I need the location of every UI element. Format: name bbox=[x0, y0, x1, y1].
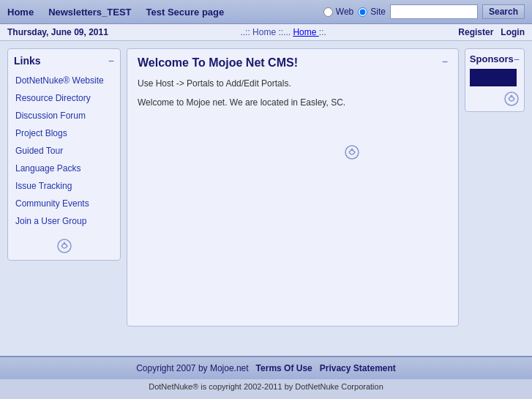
nav-secure[interactable]: Test Secure page bbox=[146, 7, 225, 18]
list-item: Community Events bbox=[14, 195, 114, 212]
footer-privacy[interactable]: Privacy Statement bbox=[320, 363, 396, 373]
top-navigation: Home Newsletters_TEST Test Secure page W… bbox=[0, 0, 532, 24]
sponsors-header: Sponsors − bbox=[470, 53, 520, 64]
breadcrumb: ..:: Home ::... Home ::. bbox=[108, 27, 458, 37]
list-item: Discussion Forum bbox=[14, 108, 114, 124]
nav-home[interactable]: Home bbox=[7, 7, 34, 18]
date-breadcrumb-bar: Thursday, June 09, 2011 ..:: Home ::... … bbox=[0, 24, 532, 41]
list-item: DotNetNuke® Website bbox=[14, 72, 114, 89]
three-column-layout: Links − DotNetNuke® Website Resource Dir… bbox=[7, 48, 525, 327]
center-collapse-button[interactable]: − bbox=[442, 56, 448, 67]
main-text-1: Use Host -> Portals to Add/Edit Portals. bbox=[138, 77, 448, 90]
list-item: Issue Tracking bbox=[14, 178, 114, 194]
center-content-header: Welcome To Mojoe Net CMS! − bbox=[138, 56, 448, 77]
radio-web[interactable] bbox=[323, 7, 333, 17]
sidebar-link-tour[interactable]: Guided Tour bbox=[14, 143, 114, 159]
radio-site-label: Site bbox=[370, 7, 386, 17]
sidebar-panel: Links − DotNetNuke® Website Resource Dir… bbox=[7, 48, 121, 261]
sidebar-link-dotnet[interactable]: DotNetNuke® Website bbox=[14, 72, 114, 89]
sidebar-link-language[interactable]: Language Packs bbox=[14, 160, 114, 176]
sidebar-link-resource[interactable]: Resource Directory bbox=[14, 90, 114, 106]
sidebar-link-events[interactable]: Community Events bbox=[14, 195, 114, 212]
svg-point-5 bbox=[511, 95, 513, 97]
svg-point-3 bbox=[351, 149, 353, 151]
sponsors-collapse-button[interactable]: − bbox=[514, 54, 520, 64]
sidebar-links-list: DotNetNuke® Website Resource Directory D… bbox=[14, 72, 114, 229]
radio-web-label: Web bbox=[336, 7, 353, 17]
center-content-panel: Welcome To Mojoe Net CMS! − Use Host -> … bbox=[127, 48, 459, 327]
sponsors-panel: Sponsors − bbox=[465, 48, 525, 112]
list-item: Guided Tour bbox=[14, 143, 114, 159]
sidebar-header: Links − bbox=[14, 55, 114, 67]
svg-point-1 bbox=[63, 242, 65, 245]
search-input[interactable] bbox=[390, 4, 478, 19]
register-link[interactable]: Register bbox=[458, 27, 493, 37]
sidebar-link-usergroup[interactable]: Join a User Group bbox=[14, 213, 114, 229]
radio-site-group: Site bbox=[358, 7, 386, 17]
list-item: Join a User Group bbox=[14, 213, 114, 229]
page-title: Welcome To Mojoe Net CMS! bbox=[138, 56, 298, 70]
list-item: Resource Directory bbox=[14, 90, 114, 106]
sponsors-title: Sponsors bbox=[470, 53, 514, 64]
sponsor-ad-banner[interactable] bbox=[470, 69, 517, 86]
footer-terms[interactable]: Terms Of Use bbox=[256, 363, 312, 373]
main-text-2: Welcome to Mojoe net. We are located in … bbox=[138, 96, 448, 109]
sidebar-icon-area bbox=[14, 238, 114, 254]
content-decoration-area bbox=[138, 115, 448, 247]
svg-point-4 bbox=[505, 92, 518, 105]
sidebar-link-discussion[interactable]: Discussion Forum bbox=[14, 108, 114, 124]
svg-point-2 bbox=[345, 146, 359, 159]
search-area: Web Site Search bbox=[323, 4, 525, 19]
list-item: Language Packs bbox=[14, 160, 114, 176]
breadcrumb-home[interactable]: Home bbox=[293, 27, 318, 37]
sidebar-title: Links bbox=[14, 55, 41, 67]
date-display: Thursday, June 09, 2011 bbox=[7, 27, 108, 37]
footer-sub: DotNetNuke® is copyright 2002-2011 by Do… bbox=[0, 379, 532, 394]
nav-newsletters[interactable]: Newsletters_TEST bbox=[48, 7, 131, 18]
sidebar-link-blogs[interactable]: Project Blogs bbox=[14, 125, 114, 141]
sidebar-link-issues[interactable]: Issue Tracking bbox=[14, 178, 114, 194]
sponsors-icon-area bbox=[470, 91, 520, 107]
search-button[interactable]: Search bbox=[482, 4, 525, 19]
radio-site[interactable] bbox=[358, 7, 367, 17]
footer-main: Copyright 2007 by Mojoe.net Terms Of Use… bbox=[0, 356, 532, 379]
list-item: Project Blogs bbox=[14, 125, 114, 141]
main-wrapper: Links − DotNetNuke® Website Resource Dir… bbox=[0, 41, 532, 356]
swirl-icon-center bbox=[344, 144, 360, 163]
decorative-swirl-icon-2 bbox=[344, 144, 360, 160]
sidebar-collapse-button[interactable]: − bbox=[108, 56, 114, 66]
register-login-area: Register Login bbox=[458, 27, 525, 37]
footer-sub-text: DotNetNuke® is copyright 2002-2011 by Do… bbox=[149, 382, 383, 391]
svg-point-0 bbox=[58, 239, 71, 253]
decorative-swirl-icon-3 bbox=[503, 91, 520, 107]
login-link[interactable]: Login bbox=[501, 27, 525, 37]
decorative-swirl-icon bbox=[56, 238, 72, 254]
radio-web-group: Web bbox=[323, 7, 353, 17]
footer-copyright: Copyright 2007 by Mojoe.net bbox=[136, 363, 248, 373]
